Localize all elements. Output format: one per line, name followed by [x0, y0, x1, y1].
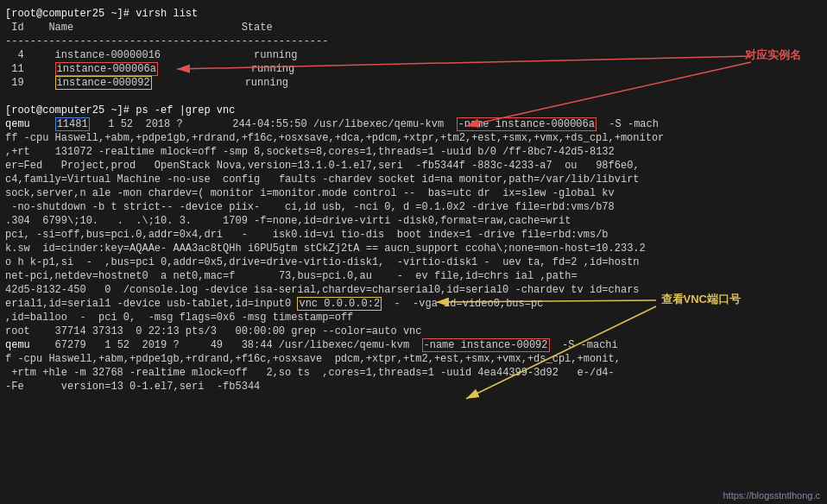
annotation-vnc-port: 查看VNC端口号	[661, 292, 741, 307]
line-10: ff -cpu Haswell,+abm,+pdpe1gb,+rdrand,+f…	[5, 131, 822, 145]
line-12: er=Fed Project,prod OpenStack Nova,versi…	[5, 159, 822, 173]
line-8: [root@computer25 ~]# ps -ef |grep vnc	[5, 104, 822, 117]
line-28: -Fe version=13 0-1.el7,seri -fb5344	[5, 380, 822, 394]
pid-11481: 11481	[55, 117, 90, 131]
line-4: 4 instance-00000016 running	[5, 48, 822, 62]
line-19: o h k-p1,si - ,bus=pci 0,addr=0x5,drive=…	[5, 255, 822, 269]
line-6: 19 instance-000092 running	[5, 76, 822, 90]
line-13: c4,family=Virtual Machine -no-use config…	[5, 173, 822, 186]
name-instance-92: -name instance-00092	[422, 338, 550, 352]
watermark: https://blogsstntlhong.c	[723, 490, 820, 501]
line-27: +rtm +hle -m 32768 -realtime mlock=off 2…	[5, 366, 822, 380]
line-23: ,id=balloo - pci 0, -msg flags=0x6 -msg …	[5, 311, 822, 324]
line-24: root 37714 37313 0 22:13 pts/3 00:00:00 …	[5, 324, 822, 338]
annotation-instance-name-1: 对应实例名	[745, 47, 801, 63]
line-25: qemu 67279 1 52 2019 ? 49 38:44 /usr/lib…	[5, 338, 822, 352]
vnc-address: vnc 0.0.0.0:2	[297, 297, 382, 311]
name-instance-6a: -name instance-000006a	[457, 117, 597, 131]
line-3: ----------------------------------------…	[5, 35, 822, 48]
line-16: .304 6799\;10. . .\;10. 3. 1709 -f=none,…	[5, 214, 822, 228]
line-11: ,+rt 131072 -realtime mlock=off -smp 8,s…	[5, 145, 822, 159]
instance-92-highlight: instance-000092	[55, 76, 152, 90]
instance-6a-highlight: instance-000006a	[55, 62, 158, 76]
line-9: qemu 11481 1 52 2018 ? 244-04:55:50 /usr…	[5, 117, 822, 131]
line-15: -no-shutdown -b t strict-- -device piix-…	[5, 200, 822, 214]
terminal: [root@computer25 ~]# virsh list Id Name …	[0, 0, 827, 504]
line-2: Id Name State	[5, 21, 822, 35]
line-14: sock,server,n ale -mon chardev=( monitor…	[5, 186, 822, 200]
line-17: pci, -si=off,bus=pci.0,addr=0x4,dri - is…	[5, 228, 822, 242]
line-20: net-pci,netdev=hostnet0 a net0,mac=f 73,…	[5, 269, 822, 283]
line-1: [root@computer25 ~]# virsh list	[5, 7, 822, 21]
line-7	[5, 90, 822, 104]
line-26: f -cpu Haswell,+abm,+pdpe1gb,+rdrand,+f1…	[5, 352, 822, 366]
line-5: 11 instance-000006a running	[5, 62, 822, 76]
line-18: k.sw id=cinder:key=AQAAe- AAA3ac8tQHh i6…	[5, 242, 822, 255]
